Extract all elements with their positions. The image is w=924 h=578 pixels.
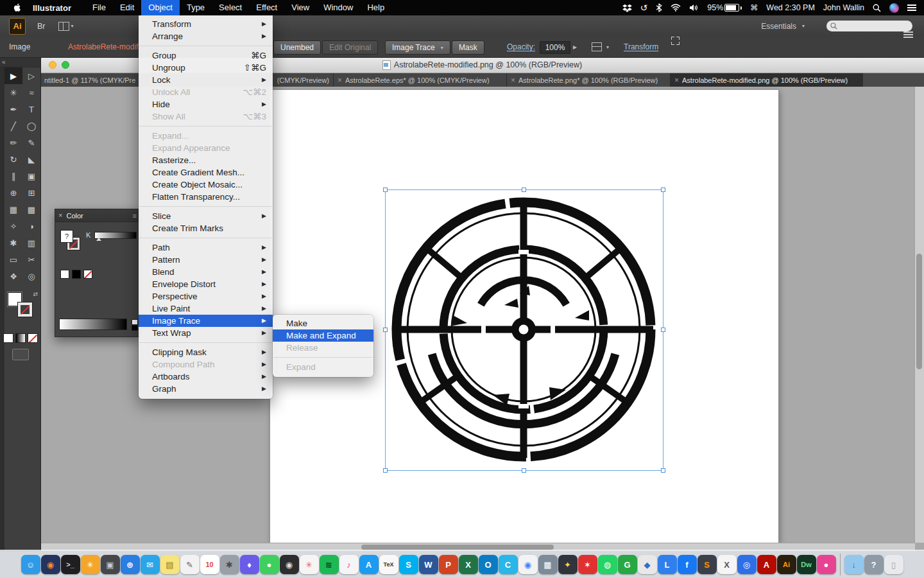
- type-tool[interactable]: T: [22, 101, 40, 118]
- dock-icon-itunes[interactable]: ♪: [339, 555, 359, 574]
- hand-tool[interactable]: ❖: [4, 268, 22, 285]
- dock-icon-powerpoint[interactable]: P: [439, 555, 458, 574]
- spotlight-icon[interactable]: [873, 4, 881, 12]
- blend-tool[interactable]: ◑: [22, 218, 40, 234]
- menu-item-make-and-expand[interactable]: Make and Expand: [273, 329, 373, 342]
- notification-center-icon[interactable]: [907, 4, 916, 6]
- linked-file-name[interactable]: AstrolabeRete-modifi: [68, 37, 140, 57]
- menu-item-lock[interactable]: Lock▶: [139, 74, 273, 86]
- white-swatch[interactable]: [60, 270, 69, 279]
- menu-select[interactable]: Select: [212, 0, 249, 15]
- dock-icon-excel[interactable]: X: [459, 555, 478, 574]
- dock-icon-acrobat[interactable]: A: [757, 555, 776, 574]
- perspective-grid-tool[interactable]: ⊞: [22, 184, 40, 201]
- dock-icon-code-editor[interactable]: S: [697, 555, 717, 574]
- dock-icon-mail[interactable]: ✉: [141, 555, 160, 574]
- dock-icon-trash[interactable]: ▯: [884, 555, 903, 574]
- width-tool[interactable]: ∥: [4, 168, 22, 184]
- tab-close-icon[interactable]: ×: [511, 76, 515, 84]
- menu-item-create-object-mosaic[interactable]: Create Object Mosaic...: [139, 179, 273, 191]
- menu-item-group[interactable]: Group⌘G: [139, 49, 273, 62]
- dock-icon-help-app[interactable]: ?: [864, 555, 884, 574]
- arrange-documents-icon[interactable]: [58, 22, 69, 31]
- gradient-mode-button[interactable]: [15, 333, 26, 343]
- dock-icon-ball-app[interactable]: ◎: [737, 555, 757, 574]
- menu-type[interactable]: Type: [180, 0, 212, 15]
- menu-item-text-wrap[interactable]: Text Wrap▶: [139, 327, 273, 339]
- mask-button[interactable]: Mask: [452, 40, 484, 55]
- menu-item-hide[interactable]: Hide▶: [139, 98, 273, 110]
- dock-icon-camera-app[interactable]: ◉: [280, 555, 299, 574]
- dock-icon-app-store[interactable]: A: [359, 555, 379, 574]
- document-tab[interactable]: ×AstrolabeRete.png* @ 100% (RGB/Preview): [507, 73, 671, 87]
- arrange-documents-arrow-icon[interactable]: ▾: [71, 23, 74, 29]
- fast-user-switch[interactable]: John Wallin: [823, 3, 864, 12]
- menu-effect[interactable]: Effect: [249, 0, 284, 15]
- workspace-switcher[interactable]: Essentials: [761, 22, 796, 31]
- dock-icon-textedit[interactable]: ✎: [180, 555, 200, 574]
- menu-item-create-gradient-mesh[interactable]: Create Gradient Mesh...: [139, 166, 273, 179]
- time-machine-icon[interactable]: ↺: [640, 3, 648, 12]
- menu-view[interactable]: View: [284, 0, 316, 15]
- color-panel-title[interactable]: Color: [66, 212, 83, 220]
- selection-tool[interactable]: ▶: [4, 67, 22, 84]
- vertical-scrollbar[interactable]: [914, 87, 924, 543]
- image-trace-arrow-icon[interactable]: ▾: [441, 45, 443, 51]
- eyedropper-tool[interactable]: ✧: [4, 218, 22, 234]
- opacity-stepper-icon[interactable]: ▸: [573, 37, 577, 57]
- stroke-swatch[interactable]: [18, 302, 32, 317]
- collapse-toolbar-icon[interactable]: «: [0, 57, 40, 67]
- dock-icon-vm-app[interactable]: ▦: [538, 555, 558, 574]
- zoom-button[interactable]: [62, 61, 69, 69]
- app-menu-title[interactable]: Illustrator: [33, 3, 71, 13]
- dock-icon-launcher[interactable]: ✳: [81, 555, 100, 574]
- dock-icon-facebook[interactable]: f: [678, 555, 697, 574]
- menu-edit[interactable]: Edit: [113, 0, 141, 15]
- slice-tool[interactable]: ✂: [22, 251, 40, 268]
- menu-help[interactable]: Help: [360, 0, 391, 15]
- fill-stroke-control[interactable]: ⇄: [6, 291, 40, 328]
- bluetooth-icon[interactable]: [656, 3, 662, 12]
- dock-icon-browser[interactable]: ⊕: [121, 555, 140, 574]
- trace-preset-button[interactable]: ▾: [592, 37, 609, 57]
- selection-handle[interactable]: [383, 188, 388, 192]
- menu-window[interactable]: Window: [316, 0, 360, 15]
- dock-icon-x11[interactable]: X: [717, 555, 737, 574]
- menu-item-arrange[interactable]: Arrange▶: [139, 30, 273, 42]
- image-trace-button[interactable]: Image Trace ▾: [385, 40, 450, 55]
- ramp-white-swatch[interactable]: [132, 319, 138, 325]
- menu-item-transform[interactable]: Transform▶: [139, 18, 273, 30]
- menu-item-perspective[interactable]: Perspective▶: [139, 290, 273, 302]
- dock-icon-c-app[interactable]: C: [499, 555, 518, 574]
- reference-point-icon[interactable]: [671, 37, 680, 45]
- fill-proxy[interactable]: ?: [60, 230, 73, 243]
- dock-icon-spotify[interactable]: ≋: [320, 555, 339, 574]
- dock-icon-illustrator[interactable]: Ai: [777, 555, 796, 574]
- dock-icon-word[interactable]: W: [419, 555, 438, 574]
- tab-close-icon[interactable]: ×: [338, 76, 342, 84]
- dock-icon-calendar[interactable]: 10: [200, 555, 219, 574]
- selection-handle[interactable]: [661, 468, 665, 473]
- selection-handle[interactable]: [661, 328, 665, 332]
- selection-handle[interactable]: [522, 468, 526, 473]
- menu-object[interactable]: Object: [141, 0, 180, 15]
- siri-icon[interactable]: [889, 3, 899, 13]
- dock-icon-purple-app[interactable]: ♦: [240, 555, 259, 574]
- swap-fill-stroke-icon[interactable]: ⇄: [33, 291, 38, 297]
- menu-item-envelope-distort[interactable]: Envelope Distort▶: [139, 278, 273, 290]
- line-segment-tool[interactable]: ╱: [4, 118, 22, 134]
- menu-item-rasterize[interactable]: Rasterize...: [139, 154, 273, 166]
- dock-icon-messages[interactable]: ●: [260, 555, 279, 574]
- battery-indicator[interactable]: 95%: [707, 3, 742, 12]
- free-transform-tool[interactable]: ▣: [22, 168, 40, 184]
- menu-item-artboards[interactable]: Artboards▶: [139, 371, 273, 383]
- document-tab[interactable]: ntitled-1 @ 117% (CMYK/Pre: [40, 73, 142, 87]
- symbol-sprayer-tool[interactable]: ✱: [4, 234, 22, 251]
- control-panel-menu-icon[interactable]: [903, 31, 913, 33]
- magic-wand-tool[interactable]: ✳: [4, 84, 22, 101]
- dock-icon-finder[interactable]: ☺: [21, 555, 40, 574]
- transform-link[interactable]: Transform: [624, 37, 658, 57]
- dock-icon-burst-app[interactable]: ✶: [578, 555, 597, 574]
- dock-icon-l-app[interactable]: L: [658, 555, 677, 574]
- color-mode-button[interactable]: [3, 333, 13, 343]
